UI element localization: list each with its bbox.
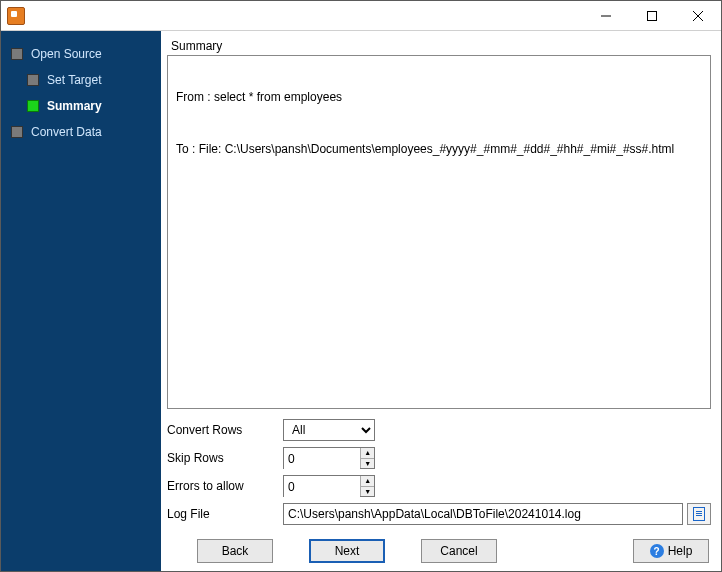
nav-summary[interactable]: Summary [1,93,161,119]
nav-convert-data[interactable]: Convert Data [1,119,161,145]
convert-rows-label: Convert Rows [167,423,277,437]
options-form: Convert Rows All Skip Rows ▲ ▼ [167,419,711,525]
app-icon [7,7,25,25]
help-icon: ? [650,544,664,558]
nav-label: Summary [47,99,102,113]
summary-from-line: From : select * from employees [176,90,702,104]
nav-label: Convert Data [31,125,102,139]
main-panel: Summary From : select * from employees T… [161,31,721,571]
next-button[interactable]: Next [309,539,385,563]
titlebar [1,1,721,31]
back-button[interactable]: Back [197,539,273,563]
errors-allow-input[interactable] [284,476,360,498]
nav-label: Set Target [47,73,101,87]
close-button[interactable] [675,1,721,30]
window-controls [583,1,721,30]
step-box-icon [27,74,39,86]
app-window: Open Source Set Target Summary Convert D… [0,0,722,572]
skip-rows-spinner[interactable]: ▲ ▼ [283,447,375,469]
spinner-down-icon[interactable]: ▼ [361,459,374,469]
step-box-icon [11,48,23,60]
summary-to-line: To : File: C:\Users\pansh\Documents\empl… [176,142,702,156]
nav-label: Open Source [31,47,102,61]
step-box-icon [27,100,39,112]
wizard-buttons: Back Next Cancel ? Help [167,539,711,563]
errors-allow-label: Errors to allow [167,479,277,493]
document-icon [693,507,705,521]
errors-allow-spinner[interactable]: ▲ ▼ [283,475,375,497]
nav-set-target[interactable]: Set Target [1,67,161,93]
minimize-button[interactable] [583,1,629,30]
browse-log-button[interactable] [687,503,711,525]
skip-rows-label: Skip Rows [167,451,277,465]
summary-title: Summary [171,39,709,53]
summary-text[interactable]: From : select * from employees To : File… [167,55,711,409]
convert-rows-select[interactable]: All [283,419,375,441]
wizard-sidebar: Open Source Set Target Summary Convert D… [1,31,161,571]
svg-rect-1 [648,11,657,20]
nav-open-source[interactable]: Open Source [1,41,161,67]
step-box-icon [11,126,23,138]
maximize-button[interactable] [629,1,675,30]
spinner-up-icon[interactable]: ▲ [361,476,374,487]
log-file-input[interactable] [283,503,683,525]
cancel-button[interactable]: Cancel [421,539,497,563]
help-button[interactable]: ? Help [633,539,709,563]
spinner-down-icon[interactable]: ▼ [361,487,374,497]
spinner-up-icon[interactable]: ▲ [361,448,374,459]
log-file-label: Log File [167,507,277,521]
skip-rows-input[interactable] [284,448,360,470]
